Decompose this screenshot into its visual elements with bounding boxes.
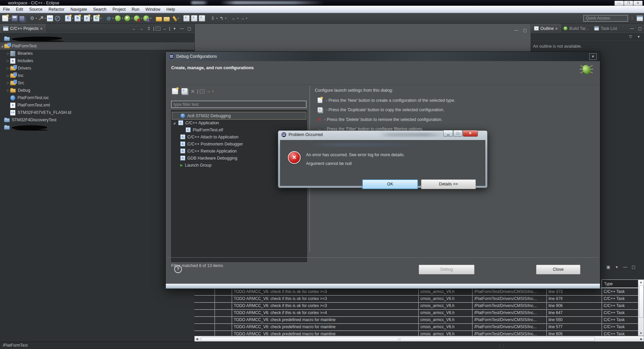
table-row[interactable]: TODO ARMCC_V6: check if this is ok for c… bbox=[194, 302, 638, 310]
expand-arrow-icon[interactable]: ◢ bbox=[0, 44, 4, 48]
table-row[interactable]: TODO ARMCC_V6: check if this is ok for c… bbox=[194, 295, 638, 303]
new-class-icon[interactable]: c bbox=[84, 15, 90, 21]
config-item-ac6[interactable]: Ac6 STM32 Debugging bbox=[172, 112, 306, 119]
collapse-all-icon[interactable]: − bbox=[156, 27, 160, 31]
binary-file-icon[interactable]: 010 bbox=[47, 15, 53, 21]
dropdown-arrow-icon[interactable]: ▾ bbox=[237, 17, 238, 20]
maximize-icon[interactable]: ▢ bbox=[522, 28, 528, 33]
problem-close-button[interactable]: ✕ bbox=[463, 130, 478, 137]
save-icon[interactable] bbox=[11, 15, 18, 21]
menu-help[interactable]: Help bbox=[163, 7, 178, 12]
ok-button[interactable]: OK bbox=[362, 179, 418, 189]
filter-icon[interactable]: ▽ bbox=[628, 34, 634, 39]
link-with-editor-icon[interactable]: ↔ bbox=[162, 26, 168, 31]
minimize-icon[interactable]: — bbox=[629, 26, 635, 31]
new-wizard-icon[interactable] bbox=[2, 15, 8, 21]
tree-item-censored[interactable] bbox=[0, 35, 194, 42]
view-menu-icon[interactable]: ▾ bbox=[636, 34, 642, 39]
run-icon[interactable] bbox=[124, 15, 130, 21]
profile-icon[interactable] bbox=[143, 15, 149, 21]
dropdown-arrow-icon[interactable]: ▾ bbox=[91, 17, 92, 20]
focus-task-icon[interactable]: ▣ bbox=[605, 264, 611, 270]
dropdown-arrow-icon[interactable]: ▾ bbox=[72, 17, 73, 20]
horizontal-scrollbar[interactable]: ◀ ||| ▶ bbox=[194, 336, 644, 342]
save-all-icon[interactable] bbox=[19, 16, 25, 21]
view-menu-icon[interactable]: ▾ bbox=[614, 264, 620, 270]
window-minimize-button[interactable]: — bbox=[614, 1, 624, 6]
collapsed-arrow-icon[interactable]: ▷ bbox=[6, 59, 10, 62]
table-row[interactable]: TODO ARMCC_V6: check if this is ok for c… bbox=[194, 288, 638, 296]
scroll-left-icon[interactable]: ◀ bbox=[196, 337, 198, 341]
filter-input[interactable] bbox=[171, 101, 306, 108]
tab-task-list[interactable]: Task List bbox=[592, 24, 620, 33]
menu-run[interactable]: Run bbox=[128, 7, 142, 12]
dropdown-arrow-icon[interactable]: ▾ bbox=[225, 17, 226, 20]
details-button[interactable]: Details >> bbox=[421, 179, 476, 189]
table-row[interactable]: TODO ARMCC_V6: check predefined macro fo… bbox=[194, 331, 638, 336]
previous-annotation-icon[interactable] bbox=[199, 15, 205, 21]
dropdown-arrow-icon[interactable]: ▾ bbox=[216, 17, 218, 20]
duplicate-configuration-icon[interactable] bbox=[181, 88, 188, 94]
config-item-cpp-application[interactable]: ◢ C C/C++ Application bbox=[172, 119, 306, 126]
problem-dialog-titlebar[interactable]: Problem Occurred bbox=[281, 132, 323, 137]
menu-refactor[interactable]: Refactor bbox=[45, 7, 67, 12]
next-annotation-icon[interactable] bbox=[191, 15, 197, 21]
dropdown-arrow-icon[interactable]: ▾ bbox=[141, 17, 142, 20]
dialog-close-icon[interactable]: ✕ bbox=[589, 53, 597, 60]
annotations-icon[interactable]: @ bbox=[106, 15, 112, 21]
scroll-down-icon[interactable]: ▼ bbox=[638, 332, 644, 335]
toggle-mark-occurrences-icon[interactable] bbox=[183, 15, 190, 21]
collapsed-arrow-icon[interactable]: ▷ bbox=[6, 81, 10, 85]
table-row[interactable]: TODO ARMCC_V6: check predefined macro fo… bbox=[194, 316, 638, 324]
window-maximize-button[interactable]: ❐ bbox=[624, 1, 633, 6]
new-c-source-icon[interactable]: C bbox=[65, 15, 71, 21]
help-icon[interactable]: ? bbox=[174, 265, 182, 273]
tree-item-platformtest[interactable]: ◢ PlatFormTest bbox=[0, 42, 194, 50]
scroll-up-icon[interactable]: ▲ bbox=[638, 280, 644, 284]
collapse-all-icon[interactable]: − bbox=[200, 89, 204, 93]
up-icon[interactable]: ↥ bbox=[146, 26, 152, 31]
dialog-titlebar[interactable]: Debug Configurations bbox=[166, 52, 600, 61]
dropdown-arrow-icon[interactable]: ▾ bbox=[131, 17, 132, 20]
tab-cpp-projects[interactable]: C/C++ Projects × bbox=[0, 24, 45, 33]
open-perspective-icon[interactable] bbox=[637, 15, 643, 21]
vertical-scrollbar[interactable]: ▲ ▼ bbox=[638, 279, 644, 336]
dropdown-arrow-icon[interactable]: ▾ bbox=[178, 17, 179, 20]
dropdown-arrow-icon[interactable]: ▾ bbox=[36, 17, 37, 20]
new-configuration-icon[interactable] bbox=[172, 88, 178, 94]
quick-access-box[interactable]: Quick Access bbox=[583, 15, 628, 21]
menu-navigate[interactable]: Navigate bbox=[68, 7, 90, 12]
maximize-icon[interactable]: ▢ bbox=[186, 26, 192, 31]
skip-breakpoints-icon[interactable] bbox=[54, 15, 60, 21]
go-into-icon[interactable]: ↰ bbox=[219, 15, 224, 21]
collapsed-arrow-icon[interactable]: ▷ bbox=[6, 67, 10, 70]
scroll-right-icon[interactable]: ▶ bbox=[640, 337, 643, 341]
problem-maximize-button[interactable]: ▢ bbox=[453, 130, 462, 137]
menu-file[interactable]: File bbox=[0, 7, 13, 12]
filter-configurations-icon[interactable]: → bbox=[206, 89, 211, 94]
table-row[interactable]: TODO ARMCC_V6: check if this is ok for c… bbox=[194, 309, 638, 317]
table-row[interactable]: TODO ARMCC_V6: check predefined macro fo… bbox=[194, 323, 638, 331]
back-icon[interactable]: ← bbox=[231, 15, 236, 21]
dropdown-arrow-icon[interactable]: ▾ bbox=[212, 90, 214, 93]
menu-search[interactable]: Search bbox=[90, 7, 110, 12]
collapsed-arrow-icon[interactable]: ▷ bbox=[6, 89, 10, 92]
dropdown-arrow-icon[interactable]: ▾ bbox=[112, 17, 114, 20]
dropdown-arrow-icon[interactable]: ▾ bbox=[150, 17, 151, 20]
dropdown-arrow-icon[interactable]: ▾ bbox=[44, 17, 46, 20]
statusbar-grip[interactable]: ⋮⋮ bbox=[498, 343, 506, 349]
menu-source[interactable]: Source bbox=[26, 7, 46, 12]
collapsed-arrow-icon[interactable]: ▷ bbox=[6, 52, 10, 55]
build-all-icon[interactable]: ⚙ bbox=[29, 15, 35, 21]
search-icon[interactable] bbox=[172, 15, 178, 22]
back-icon[interactable]: ← bbox=[131, 26, 137, 31]
expand-arrow-icon[interactable]: ◢ bbox=[172, 121, 176, 125]
new-c-header-icon[interactable]: h bbox=[74, 15, 81, 21]
dropdown-arrow-icon[interactable]: ▾ bbox=[9, 17, 10, 20]
view-menu-icon[interactable]: ▾ bbox=[172, 26, 178, 31]
build-hammer-icon[interactable] bbox=[38, 15, 44, 21]
dropdown-arrow-icon[interactable]: ▾ bbox=[100, 17, 102, 20]
minimize-icon[interactable]: — bbox=[622, 264, 628, 270]
last-edit-location-icon[interactable]: ⇩ bbox=[210, 15, 216, 21]
menu-edit[interactable]: Edit bbox=[13, 7, 26, 12]
